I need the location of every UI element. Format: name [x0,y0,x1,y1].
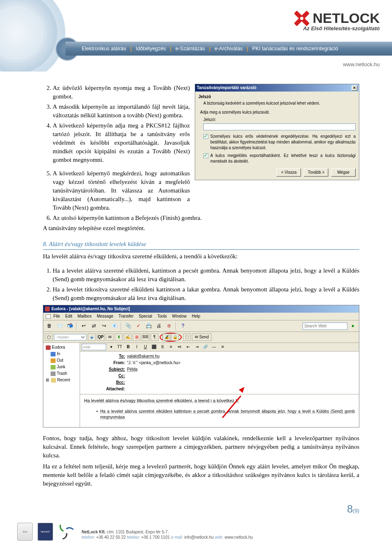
instruction-list-cont: A következő képernyő megkérdezi, hogy au… [53,169,190,212]
page-header: NETLOCK Az Első Hitelesítés-szolgáltató … [0,0,392,72]
fingerprint-graphic [0,0,67,72]
message-text: Ha levelét aláírva és/vagy titkosítva sz… [84,398,239,403]
back-button[interactable]: < Vissza [276,168,301,177]
from-label: From: [105,360,125,366]
bold-btn[interactable]: B [125,344,132,350]
outdent-btn[interactable]: ⇤ [185,344,192,350]
toolbar-help-btn[interactable]: ? [178,322,187,330]
align-left-btn[interactable]: ≡ [167,344,175,350]
page-number: 8(9) [347,503,359,515]
tree-recent[interactable]: ⊞ Recent [44,377,79,383]
toolbar-eudora-btn[interactable]: ⊕ [165,322,174,330]
toolbar-btn[interactable]: 🗑 [45,322,54,330]
list-item: Ha a levelet titkosítva szeretné elkülde… [53,285,359,302]
tree-trash[interactable]: Trash [44,370,79,377]
inbox-icon [51,352,56,356]
paragraph: Ha levelét aláírva és/vagy titkosítva sz… [43,252,359,261]
moody-badge-icon: MOODY [38,523,53,541]
tt-btn[interactable]: tt [159,344,166,350]
password-field[interactable] [203,123,356,130]
size-down-btn[interactable]: ▾ [107,344,115,350]
link-btn[interactable]: 🔗 [202,344,209,350]
menu-message[interactable]: Message [97,314,114,318]
menu-edit[interactable]: Edit [65,314,72,318]
qp-btn[interactable]: QP [97,334,105,341]
send-icon: ✉ [195,334,198,340]
menu-transfer[interactable]: Transfer [118,314,134,318]
cancel-button[interactable]: Mégse [331,168,356,177]
to-label: To: [105,354,125,359]
red-arrow-annotation [223,390,247,418]
subject-value[interactable]: Példa [127,367,138,372]
tree-junk[interactable]: Junk [44,364,79,370]
indent-btn[interactable]: ⇥ [193,344,200,350]
format-toolbar: ▾ TT B I U ⬛ tt ≡ •≡ ⇤ ⇥ 🔗 — ✕ [80,343,359,351]
menu-help[interactable]: Help [192,314,200,318]
menu-tools[interactable]: Tools [157,314,167,318]
to-value[interactable]: valaki@akarmi.hu [127,354,160,359]
clear-btn[interactable]: ✕ [219,344,226,350]
signature-btn[interactable]: ✍ [124,334,131,341]
bullet-icon: • [96,409,98,414]
size-btn[interactable]: TT [116,344,123,350]
toolbar-print-btn[interactable]: 🖨 [154,322,163,330]
dialog-title-text: Tanúsítványimportáló varázsló [197,85,256,91]
send-button[interactable]: ✉ Send [192,334,212,341]
hr-btn[interactable]: — [210,344,218,350]
menu-mailbox[interactable]: Mailbox [78,314,91,318]
mime-btn[interactable]: ⬙ [88,334,96,341]
doc-icon [46,314,51,319]
bullet-btn[interactable]: •≡ [176,344,183,350]
toolbar-btn[interactable]: ⇄ [89,322,98,330]
search-go-icon[interactable]: ● [348,322,357,330]
search-input[interactable] [303,322,347,330]
signature-dropdown[interactable]: <none> [54,334,87,340]
underline-btn[interactable]: U [142,344,149,350]
tree-out[interactable]: Out [44,357,79,364]
queue-btn[interactable]: ⬚ [183,334,191,341]
read-btn[interactable]: RR [142,334,149,341]
tree-root[interactable]: Eudora [44,344,79,351]
compose-body[interactable]: Ha levelét aláírva és/vagy titkosítva sz… [80,394,359,427]
wrap-btn[interactable]: ✉ [106,334,114,341]
priority-btn[interactable]: ▢ [45,334,53,341]
toolbar-btn[interactable]: 📧 [110,322,119,330]
return-btn[interactable]: ⊞ [133,334,140,341]
section-rule [43,249,359,250]
copy-btn[interactable]: ⬆ [115,334,122,341]
toolbar-btn[interactable]: 📨 [55,322,64,330]
menu-special[interactable]: Special [139,314,152,318]
page-footer: SGS MOODY NetLock Kft. cím: 1101 Budapes… [0,519,392,544]
expand-icon[interactable]: ⊞ [46,377,50,383]
dialog-group-label: Jelszó [198,94,356,100]
toolbar-btn[interactable]: ↪ [100,322,109,330]
trash-icon [51,372,56,376]
list-item: A következő képernyőn adja meg a PKCS#12… [53,121,190,164]
list-item: Az üdvözlő képernyőn nyomja meg a Tovább… [53,84,190,101]
color-btn[interactable]: ⬛ [150,344,158,350]
list-item: A második képernyőn az importálandó fájl… [53,103,190,120]
tree-in[interactable]: In [44,351,79,357]
outbox-icon [51,358,56,363]
document-content: Az üdvözlő képernyőn nyomja meg a Tovább… [0,72,392,488]
menu-file[interactable]: File [53,314,60,318]
toolbar-sep [76,322,77,330]
nav-item: Időbélyegzés [136,46,166,51]
next-button[interactable]: Tovább > [304,168,328,177]
checkbox-exportable[interactable] [203,153,208,158]
toolbar-btn[interactable]: ↩ [79,322,88,330]
eudora-icon [46,345,51,350]
close-icon[interactable]: ✕ [352,85,357,91]
toolbar-spell-btn[interactable]: ✓ [134,322,143,330]
toolbar-attach-btn[interactable]: 📎 [124,322,133,330]
font-combo[interactable] [82,344,106,350]
italic-btn[interactable]: I [133,344,140,350]
show-btn[interactable]: ¶ [151,334,158,341]
toolbar-btn[interactable]: 📬 [65,322,74,330]
toolbar-btn[interactable]: 📇 [144,322,153,330]
sign-stamp-button[interactable]: 🔏 [163,334,170,341]
checkbox-strong-protection[interactable] [203,134,208,139]
encrypt-lock-button[interactable]: 🔒 [171,334,179,341]
cert-import-wizard-dialog: Tanúsítványimportáló varázsló ✕ Jelszó A… [195,84,359,180]
menu-window[interactable]: Window [172,314,187,318]
